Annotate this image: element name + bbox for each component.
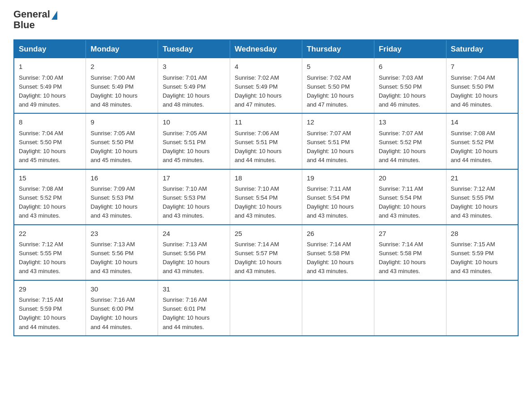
day-number: 24 [163,229,225,239]
calendar-week-row: 1 Sunrise: 7:00 AMSunset: 5:49 PMDayligh… [14,58,518,113]
day-number: 8 [19,117,81,128]
day-number: 25 [235,229,297,239]
day-number: 16 [90,173,153,184]
day-info: Sunrise: 7:11 AMSunset: 5:54 PMDaylight:… [379,185,426,219]
calendar-cell: 20 Sunrise: 7:11 AMSunset: 5:54 PMDaylig… [374,169,446,225]
day-number: 10 [163,117,225,128]
calendar-cell: 6 Sunrise: 7:03 AMSunset: 5:50 PMDayligh… [374,58,446,113]
weekday-header-saturday: Saturday [446,40,518,58]
calendar-cell: 31 Sunrise: 7:16 AMSunset: 6:01 PMDaylig… [158,280,230,336]
day-info: Sunrise: 7:14 AMSunset: 5:57 PMDaylight:… [235,241,282,274]
page-header: General Blue [13,9,519,30]
day-info: Sunrise: 7:07 AMSunset: 5:52 PMDaylight:… [379,130,426,163]
day-info: Sunrise: 7:08 AMSunset: 5:52 PMDaylight:… [451,130,498,163]
day-number: 14 [451,117,513,128]
day-info: Sunrise: 7:01 AMSunset: 5:49 PMDaylight:… [163,74,210,108]
calendar-cell: 13 Sunrise: 7:07 AMSunset: 5:52 PMDaylig… [374,113,446,169]
day-info: Sunrise: 7:14 AMSunset: 5:58 PMDaylight:… [307,241,354,274]
day-number: 2 [90,62,153,72]
day-number: 18 [235,173,297,184]
calendar-cell: 12 Sunrise: 7:07 AMSunset: 5:51 PMDaylig… [302,113,374,169]
calendar-cell: 16 Sunrise: 7:09 AMSunset: 5:53 PMDaylig… [86,169,158,225]
day-info: Sunrise: 7:16 AMSunset: 6:00 PMDaylight:… [90,296,137,330]
calendar-cell [230,280,302,336]
day-info: Sunrise: 7:10 AMSunset: 5:54 PMDaylight:… [235,185,282,219]
day-info: Sunrise: 7:08 AMSunset: 5:52 PMDaylight:… [19,185,66,219]
logo: General Blue [13,9,57,30]
day-number: 15 [19,173,81,184]
day-number: 13 [379,117,442,128]
logo-triangle-icon [51,11,57,20]
day-info: Sunrise: 7:16 AMSunset: 6:01 PMDaylight:… [163,296,210,330]
day-number: 1 [19,62,81,72]
day-number: 28 [451,229,513,239]
day-number: 21 [451,173,513,184]
day-info: Sunrise: 7:13 AMSunset: 5:56 PMDaylight:… [90,241,137,274]
calendar-cell: 14 Sunrise: 7:08 AMSunset: 5:52 PMDaylig… [446,113,518,169]
calendar-cell: 10 Sunrise: 7:05 AMSunset: 5:51 PMDaylig… [158,113,230,169]
day-info: Sunrise: 7:11 AMSunset: 5:54 PMDaylight:… [307,185,354,219]
day-info: Sunrise: 7:12 AMSunset: 5:55 PMDaylight:… [451,185,498,219]
calendar-week-row: 29 Sunrise: 7:15 AMSunset: 5:59 PMDaylig… [14,280,518,336]
day-number: 19 [307,173,369,184]
weekday-header-friday: Friday [374,40,446,58]
day-info: Sunrise: 7:00 AMSunset: 5:49 PMDaylight:… [19,74,66,108]
calendar-cell [302,280,374,336]
day-number: 5 [307,62,369,72]
day-number: 11 [235,117,297,128]
day-info: Sunrise: 7:03 AMSunset: 5:50 PMDaylight:… [379,74,426,108]
day-info: Sunrise: 7:14 AMSunset: 5:58 PMDaylight:… [379,241,426,274]
day-number: 26 [307,229,369,239]
calendar-cell: 29 Sunrise: 7:15 AMSunset: 5:59 PMDaylig… [14,280,86,336]
calendar-week-row: 8 Sunrise: 7:04 AMSunset: 5:50 PMDayligh… [14,113,518,169]
day-number: 9 [90,117,153,128]
day-number: 30 [90,284,153,295]
calendar-week-row: 22 Sunrise: 7:12 AMSunset: 5:55 PMDaylig… [14,225,518,280]
day-info: Sunrise: 7:07 AMSunset: 5:51 PMDaylight:… [307,130,354,163]
day-info: Sunrise: 7:15 AMSunset: 5:59 PMDaylight:… [19,296,66,330]
day-number: 27 [379,229,442,239]
logo-text-general: General [13,9,50,20]
calendar-cell: 2 Sunrise: 7:00 AMSunset: 5:49 PMDayligh… [86,58,158,113]
calendar-header-row: SundayMondayTuesdayWednesdayThursdayFrid… [14,40,518,58]
day-info: Sunrise: 7:15 AMSunset: 5:59 PMDaylight:… [451,241,498,274]
weekday-header-tuesday: Tuesday [158,40,230,58]
weekday-header-thursday: Thursday [302,40,374,58]
calendar-cell: 24 Sunrise: 7:13 AMSunset: 5:56 PMDaylig… [158,225,230,280]
calendar-cell: 11 Sunrise: 7:06 AMSunset: 5:51 PMDaylig… [230,113,302,169]
calendar-cell: 30 Sunrise: 7:16 AMSunset: 6:00 PMDaylig… [86,280,158,336]
weekday-header-sunday: Sunday [14,40,86,58]
day-info: Sunrise: 7:05 AMSunset: 5:50 PMDaylight:… [90,130,137,163]
calendar-cell: 1 Sunrise: 7:00 AMSunset: 5:49 PMDayligh… [14,58,86,113]
day-info: Sunrise: 7:02 AMSunset: 5:49 PMDaylight:… [235,74,282,108]
calendar-cell: 3 Sunrise: 7:01 AMSunset: 5:49 PMDayligh… [158,58,230,113]
calendar-cell: 9 Sunrise: 7:05 AMSunset: 5:50 PMDayligh… [86,113,158,169]
calendar-cell: 4 Sunrise: 7:02 AMSunset: 5:49 PMDayligh… [230,58,302,113]
day-number: 22 [19,229,81,239]
calendar-cell: 5 Sunrise: 7:02 AMSunset: 5:50 PMDayligh… [302,58,374,113]
day-info: Sunrise: 7:10 AMSunset: 5:53 PMDaylight:… [163,185,210,219]
calendar-cell: 18 Sunrise: 7:10 AMSunset: 5:54 PMDaylig… [230,169,302,225]
day-number: 4 [235,62,297,72]
calendar-cell [446,280,518,336]
calendar-cell: 7 Sunrise: 7:04 AMSunset: 5:50 PMDayligh… [446,58,518,113]
day-number: 17 [163,173,225,184]
day-number: 12 [307,117,369,128]
calendar-cell: 27 Sunrise: 7:14 AMSunset: 5:58 PMDaylig… [374,225,446,280]
day-info: Sunrise: 7:06 AMSunset: 5:51 PMDaylight:… [235,130,282,163]
day-number: 6 [379,62,442,72]
calendar-cell [374,280,446,336]
weekday-header-wednesday: Wednesday [230,40,302,58]
calendar-cell: 17 Sunrise: 7:10 AMSunset: 5:53 PMDaylig… [158,169,230,225]
day-number: 23 [90,229,153,239]
day-info: Sunrise: 7:09 AMSunset: 5:53 PMDaylight:… [90,185,137,219]
day-number: 31 [163,284,225,295]
calendar-table: SundayMondayTuesdayWednesdayThursdayFrid… [13,39,519,336]
calendar-cell: 19 Sunrise: 7:11 AMSunset: 5:54 PMDaylig… [302,169,374,225]
calendar-cell: 25 Sunrise: 7:14 AMSunset: 5:57 PMDaylig… [230,225,302,280]
calendar-cell: 26 Sunrise: 7:14 AMSunset: 5:58 PMDaylig… [302,225,374,280]
day-info: Sunrise: 7:13 AMSunset: 5:56 PMDaylight:… [163,241,210,274]
calendar-cell: 15 Sunrise: 7:08 AMSunset: 5:52 PMDaylig… [14,169,86,225]
day-number: 7 [451,62,513,72]
day-number: 3 [163,62,225,72]
